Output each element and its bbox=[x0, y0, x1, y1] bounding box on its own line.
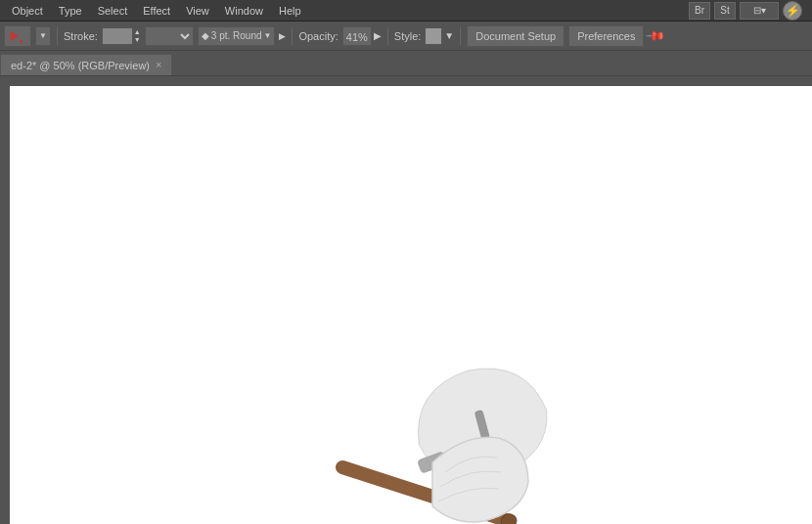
style-color[interactable] bbox=[425, 27, 442, 45]
opacity-expand[interactable]: ▶ bbox=[374, 30, 382, 41]
menu-effect[interactable]: Effect bbox=[135, 3, 178, 19]
preferences-button[interactable]: Preferences bbox=[568, 25, 644, 47]
tab-close-button[interactable]: × bbox=[156, 60, 161, 70]
pt-round-value: 3 pt. Round bbox=[211, 30, 262, 41]
stroke-type-select[interactable] bbox=[145, 26, 194, 46]
menu-select[interactable]: Select bbox=[90, 3, 136, 19]
menu-help[interactable]: Help bbox=[271, 3, 309, 19]
toolbar: ▼ Stroke: ▲ ▼ ◆ 3 pt. Round ▼ ▶ Opacity:… bbox=[0, 22, 812, 51]
pt-round-expand[interactable]: ▶ bbox=[279, 31, 286, 41]
canvas-area bbox=[0, 76, 812, 524]
sync-icon-btn[interactable]: ⚡ bbox=[783, 1, 802, 21]
stroke-control: ▲ ▼ bbox=[102, 27, 141, 45]
canvas-background[interactable] bbox=[10, 86, 812, 524]
layout-icon-btn[interactable]: ⊟▾ bbox=[740, 2, 779, 20]
opacity-value[interactable]: 41% bbox=[342, 26, 372, 46]
stroke-label: Stroke: bbox=[64, 30, 98, 42]
menu-view[interactable]: View bbox=[178, 3, 217, 19]
pt-round-control: ◆ 3 pt. Round ▼ bbox=[198, 26, 276, 46]
document-setup-button[interactable]: Document Setup bbox=[467, 25, 564, 47]
stock-icon-btn[interactable]: St bbox=[714, 2, 736, 20]
pt-round-dropdown[interactable]: ▼ bbox=[264, 31, 272, 40]
opacity-control: 41% ▶ bbox=[342, 26, 382, 46]
stroke-color[interactable] bbox=[102, 27, 133, 45]
style-dropdown[interactable]: ▼ bbox=[444, 30, 454, 41]
style-label: Style: bbox=[394, 30, 422, 42]
bridge-icon-btn[interactable]: Br bbox=[689, 2, 710, 20]
divider-3 bbox=[387, 27, 388, 45]
tool-selector[interactable] bbox=[4, 25, 31, 47]
divider-4 bbox=[460, 27, 461, 45]
menu-window[interactable]: Window bbox=[217, 3, 271, 19]
opacity-label: Opacity: bbox=[298, 30, 338, 42]
pin-icon[interactable]: 📌 bbox=[648, 28, 663, 44]
shovel-illustration bbox=[274, 340, 626, 524]
document-tab[interactable]: ed-2* @ 50% (RGB/Preview) × bbox=[0, 54, 172, 75]
tool-dropdown[interactable]: ▼ bbox=[35, 26, 51, 46]
tab-bar: ed-2* @ 50% (RGB/Preview) × bbox=[0, 51, 812, 76]
divider-1 bbox=[57, 27, 58, 45]
menu-type[interactable]: Type bbox=[51, 3, 90, 19]
style-control: ▼ bbox=[425, 27, 454, 45]
menu-bar: Object Type Select Effect View Window He… bbox=[0, 0, 812, 22]
menu-object[interactable]: Object bbox=[4, 3, 51, 19]
divider-2 bbox=[292, 27, 293, 45]
stroke-arrows[interactable]: ▲ ▼ bbox=[134, 28, 141, 44]
tab-label: ed-2* @ 50% (RGB/Preview) bbox=[11, 60, 150, 71]
app-icons-area: Br St ⊟▾ ⚡ bbox=[689, 1, 808, 21]
